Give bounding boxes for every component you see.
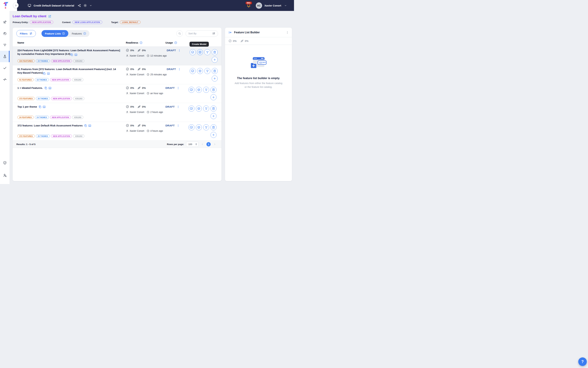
builder-kebab-menu[interactable]	[286, 31, 289, 34]
help-circle-icon[interactable]: ?	[174, 41, 177, 44]
feature-list-name[interactable]: Top 1 per theme	[18, 105, 37, 108]
person-icon	[126, 111, 129, 113]
updated-time: 12 minutes ago	[151, 54, 167, 57]
add-to-builder-button[interactable]	[211, 113, 216, 119]
filter-button[interactable]	[203, 87, 209, 93]
help-circle-icon[interactable]: ?	[83, 32, 86, 35]
filter-button[interactable]	[203, 124, 209, 130]
sidebar-item-approval[interactable]	[0, 62, 9, 74]
rows-per-page-select[interactable]: 100	[186, 142, 198, 147]
sort-by-input[interactable]: Sort By	[186, 30, 218, 37]
previous-page-button[interactable]	[200, 143, 204, 146]
catalog-chevron-down-icon[interactable]	[89, 4, 92, 7]
id-icon[interactable]: ID	[43, 105, 45, 108]
update-readiness-button[interactable]	[188, 106, 195, 111]
share-icon[interactable]	[78, 4, 81, 7]
compute-button[interactable]	[212, 49, 218, 55]
create-model-button[interactable]	[196, 106, 202, 111]
sidebar-item-activity[interactable]	[0, 74, 9, 85]
update-readiness-button[interactable]	[188, 124, 195, 130]
feature-list-row[interactable]: 372 features: Loan Default Risk Assessme…	[13, 122, 222, 141]
context-pill[interactable]: NEW LOAN APPLICATION	[72, 20, 102, 24]
page-number-button[interactable]: 1	[206, 142, 211, 147]
cube-icon	[198, 51, 202, 54]
create-model-button[interactable]	[196, 124, 202, 130]
sidebar-item-user-search[interactable]	[0, 169, 9, 182]
filters-button[interactable]: Filters	[16, 30, 36, 37]
filter-button[interactable]	[204, 49, 210, 55]
catalog-title: Credit Default Dataset UI tutorial	[34, 4, 74, 7]
feature-list-row[interactable]: 91 Features from [372 features: Loan Def…	[13, 65, 222, 84]
notifications-button[interactable]: 999+	[247, 3, 251, 8]
feature-list-name[interactable]: 1 + Ideated Features.	[18, 86, 43, 89]
copy-icon[interactable]	[84, 124, 87, 127]
tab-feature-lists[interactable]: Feature Lists ?	[42, 30, 68, 37]
update-readiness-button[interactable]	[190, 49, 196, 55]
row-kebab-menu[interactable]	[177, 86, 180, 90]
sidebar-item-governance[interactable]	[0, 157, 9, 169]
svg-text:ID: ID	[89, 125, 90, 127]
row-kebab-menu[interactable]	[178, 49, 181, 52]
compute-button[interactable]	[211, 106, 216, 111]
feature-list-row[interactable]: 1 + Ideated Features.ID 373 FEATURES 26 …	[13, 84, 222, 103]
create-model-button[interactable]	[197, 68, 203, 74]
sidebar-item-ideation[interactable]	[0, 39, 9, 51]
column-header-readiness[interactable]: Readiness	[126, 41, 138, 44]
column-header-name[interactable]: Name	[18, 41, 24, 44]
create-model-button[interactable]	[197, 49, 203, 55]
list-toolbar: Filters Feature Lists ? Features ?	[13, 28, 222, 39]
filter-button[interactable]	[204, 68, 210, 74]
update-readiness-button[interactable]	[188, 87, 195, 93]
feature-lists-card: Filters Feature Lists ? Features ?	[13, 28, 222, 181]
tab-features[interactable]: Features ?	[68, 30, 89, 37]
feature-list-name[interactable]: 372 features: Loan Default Risk Assessme…	[18, 124, 83, 127]
compute-button[interactable]	[211, 124, 216, 130]
id-icon[interactable]: ID	[88, 124, 91, 127]
id-icon[interactable]: ID	[47, 72, 50, 75]
row-kebab-menu[interactable]	[178, 68, 181, 71]
feature-list-name[interactable]: 91 Features from [372 features: Loan Def…	[18, 68, 116, 74]
copy-icon[interactable]	[39, 105, 42, 108]
add-to-builder-button[interactable]	[212, 75, 218, 82]
sidebar-item-brain-automation[interactable]	[0, 28, 9, 39]
compute-button[interactable]	[212, 68, 218, 74]
sidebar-item-telescope[interactable]	[0, 16, 9, 28]
target-pill[interactable]: LOAN_DEFAULT	[120, 20, 141, 24]
id-icon[interactable]: ID	[48, 87, 51, 90]
topbar: Credit Default Dataset UI tutorial 999+ …	[0, 0, 294, 11]
copy-icon[interactable]	[43, 72, 46, 75]
row-kebab-menu[interactable]	[177, 124, 180, 127]
info-circle-icon[interactable]: i	[140, 41, 143, 44]
user-avatar[interactable]: XC	[256, 2, 262, 9]
row-kebab-menu[interactable]	[177, 105, 180, 108]
search-button[interactable]	[176, 30, 183, 37]
update-readiness-button[interactable]	[190, 68, 196, 74]
next-page-button[interactable]	[213, 143, 217, 146]
create-model-button[interactable]	[196, 87, 202, 93]
collapse-panel-icon[interactable]	[228, 31, 232, 34]
copy-icon[interactable]	[45, 87, 47, 90]
seal-check-icon	[190, 107, 193, 110]
compute-button[interactable]	[211, 87, 216, 93]
add-to-builder-button[interactable]	[212, 57, 218, 63]
id-icon[interactable]: ID	[74, 53, 77, 56]
sidebar-item-experiment[interactable]	[0, 51, 9, 62]
settings-gear-icon[interactable]	[83, 4, 87, 7]
readiness-cell: 0% 0% Xavier Conort an hour ago	[126, 84, 165, 103]
feature-list-row[interactable]: 224 Features from LightGBM [372 features…	[13, 47, 222, 65]
sidebar-expand-button[interactable]	[13, 3, 19, 8]
add-to-builder-button[interactable]	[211, 94, 216, 100]
feature-list-name[interactable]: 224 Features from LightGBM [372 features…	[18, 49, 120, 55]
column-header-usage[interactable]: Usage	[165, 41, 173, 44]
feature-list-row[interactable]: Top 1 per themeID 24 FEATURES 24 THEMES …	[13, 103, 222, 122]
help-circle-icon[interactable]: ?	[62, 32, 65, 35]
add-to-builder-button[interactable]	[211, 132, 216, 138]
user-menu-chevron-icon[interactable]	[284, 4, 287, 7]
copy-icon[interactable]	[70, 53, 73, 56]
edit-title-icon[interactable]	[48, 15, 51, 18]
svg-text:?: ?	[63, 33, 64, 34]
badge-row: 373 FEATURES 26 THEMES NEW APPLICATION V…	[18, 97, 122, 100]
primary-entity-pill[interactable]: NEW APPLICATION	[30, 20, 53, 24]
stepper-icon[interactable]	[196, 143, 197, 145]
filter-button[interactable]	[203, 106, 209, 111]
